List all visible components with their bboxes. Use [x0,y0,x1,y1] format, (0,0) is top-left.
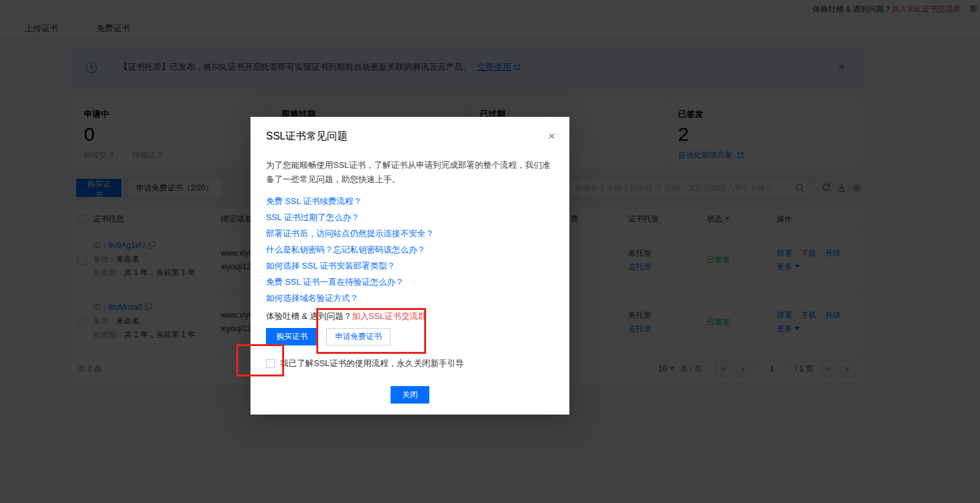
faq-link[interactable]: 如何选择 SSL 证书安装部署类型？ [266,262,554,271]
buy-cert-button[interactable]: 购买证书 [266,328,318,345]
faq-link[interactable]: 免费 SSL 证书续费流程？ [266,197,554,206]
faq-link[interactable]: 免费 SSL 证书一直在待验证怎么办？ [266,278,554,287]
close-icon[interactable] [548,130,555,142]
annotation-box-apply-free [316,308,426,354]
faq-link[interactable]: SSL 证书过期了怎么办？ [266,213,554,222]
faq-link[interactable]: 部署证书后，访问站点仍然提示连接不安全？ [266,229,554,238]
dismiss-guide-option: 我已了解SSL证书的使用流程，永久关闭新手引导 [266,358,554,369]
annotation-box-checkbox [236,344,284,376]
close-dialog-button[interactable]: 关闭 [391,386,429,404]
faq-link[interactable]: 什么是私钥密码？忘记私钥密码该怎么办？ [266,245,554,254]
dialog-footer: 关闭 [266,386,554,404]
checkbox-label: 我已了解SSL证书的使用流程，永久关闭新手引导 [280,358,464,369]
dialog-title: SSL证书常见问题 [266,130,554,143]
ssl-console-page: 体验吐槽 & 遇到问题？加入SSL证书交流群帮 上传证书 免费证书 【证书托管】… [0,0,980,503]
dialog-intro: 为了您能顺畅使用SSL证书，了解证书从申请到完成部署的整个流程，我们准备了一些常… [266,158,554,187]
ssl-faq-dialog: SSL证书常见问题 为了您能顺畅使用SSL证书，了解证书从申请到完成部署的整个流… [250,117,569,415]
faq-link[interactable]: 如何选择域名验证方式？ [266,294,554,303]
